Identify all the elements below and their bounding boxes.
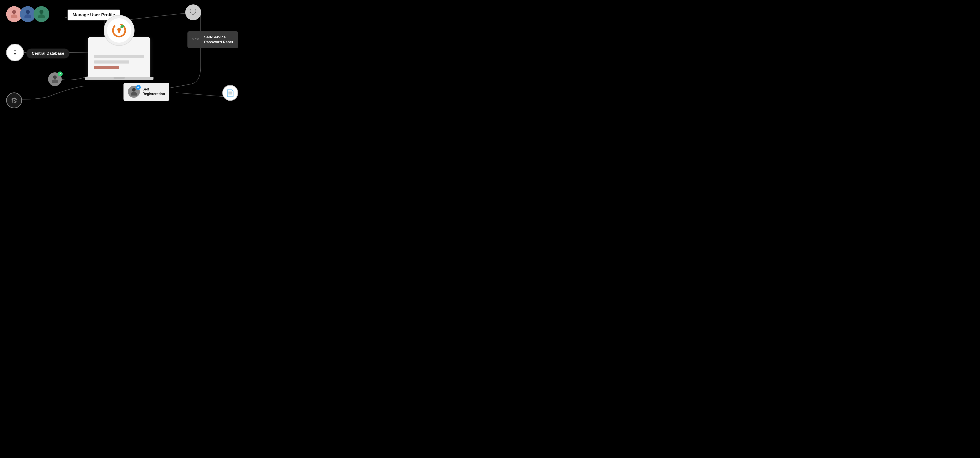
shield-icon: 🛡 — [189, 8, 197, 17]
avatar-user-3 — [33, 6, 49, 22]
svg-rect-10 — [118, 30, 120, 33]
brand-logo-svg — [111, 22, 127, 39]
user-avatars-group — [6, 6, 49, 22]
main-canvas: Manage User Profile 🗄 Central Database ✓… — [0, 0, 245, 115]
verified-user-icon: ✓ — [48, 72, 62, 86]
shield-circle: 🛡 — [185, 5, 201, 20]
password-reset-box: ***· Self-ServicePassword Reset — [188, 31, 238, 48]
form-button — [94, 66, 119, 69]
form-field-1 — [94, 55, 144, 58]
laptop-base — [85, 77, 153, 80]
database-circle: 🗄 — [6, 44, 24, 61]
verified-user: ✓ — [48, 72, 62, 86]
password-reset-label: Self-ServicePassword Reset — [204, 35, 233, 45]
central-database-label: Central Database — [27, 48, 70, 59]
logo-inner-circle — [107, 18, 131, 43]
database-icon: 🗄 — [11, 48, 19, 57]
plus-badge: + — [136, 85, 141, 90]
document-icon: 📄 — [226, 89, 234, 97]
laptop-notch — [114, 77, 125, 79]
laptop-illustration — [88, 17, 150, 61]
svg-line-6 — [177, 93, 229, 97]
self-registration-label: SelfRegisteration — [142, 87, 165, 96]
gear-icon: ⚙ — [11, 96, 18, 105]
check-badge: ✓ — [58, 72, 63, 76]
self-registration-user-icon: + — [128, 86, 140, 98]
form-field-2 — [94, 61, 129, 64]
document-circle: 📄 — [222, 85, 238, 101]
password-dots-icon: ***· — [192, 37, 201, 43]
settings-circle: ⚙ — [6, 93, 22, 109]
self-registration-box: + SelfRegisteration — [124, 83, 169, 101]
logo-outer-circle — [103, 15, 135, 46]
